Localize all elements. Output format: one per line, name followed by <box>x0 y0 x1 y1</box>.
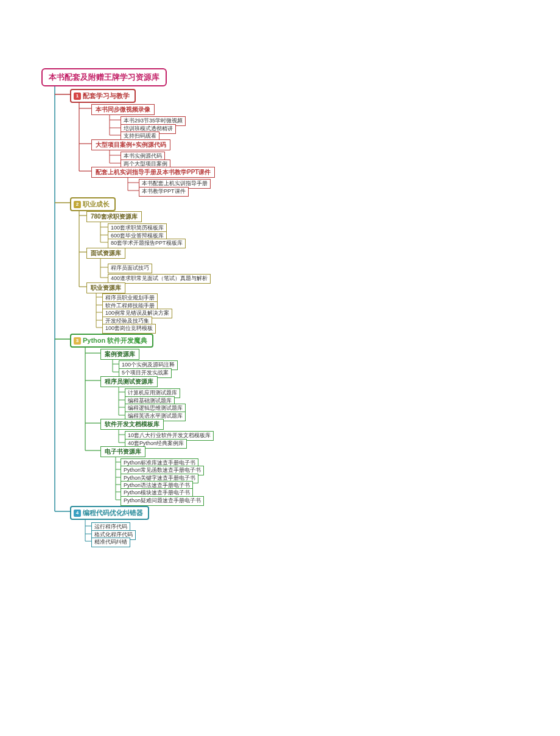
sec1-leaf: 本书教学PPT课件 <box>139 187 189 197</box>
badge-1: 1 <box>74 93 81 100</box>
sec2-mid2: 面试资源库 <box>86 248 125 259</box>
sec4-leaf: 精准代码纠错 <box>91 538 130 547</box>
badge-3: 3 <box>74 337 81 345</box>
section-4-label: 编程代码优化纠错器 <box>83 508 143 517</box>
sec2-mid1: 780套求职资源库 <box>86 211 142 222</box>
sec3-leaf: Python疑难问题速查手册电子书 <box>121 496 204 506</box>
sec1-mid1: 本书同步微视频录像 <box>91 104 155 115</box>
section-2-label: 职业成长 <box>83 200 110 209</box>
sec3-mid1: 案例资源库 <box>100 349 139 360</box>
sec2-leaf: 100套岗位竞聘模板 <box>102 324 156 334</box>
badge-2: 2 <box>74 201 81 208</box>
connector-lines <box>0 0 560 736</box>
section-3-label: Python 软件开发魔典 <box>83 336 147 345</box>
sec1-mid2: 大型项目案例+实例源代码 <box>91 139 170 150</box>
sec1-mid3: 配套上机实训指导手册及本书教学PPT课件 <box>91 167 215 178</box>
sec2-mid3: 职业资源库 <box>86 282 125 293</box>
badge-4: 4 <box>74 510 81 517</box>
sec2-leaf: 80套学术开题报告PPT模板库 <box>108 239 186 248</box>
sec3-mid2: 程序员测试资源库 <box>100 376 158 387</box>
section-4: 4 编程代码优化纠错器 <box>70 506 149 520</box>
sec3-mid4: 电子书资源库 <box>100 446 145 457</box>
section-3: 3 Python 软件开发魔典 <box>70 334 153 348</box>
section-1: 1 配套学习与教学 <box>70 89 136 103</box>
section-2: 2 职业成长 <box>70 197 116 211</box>
root-node: 本书配套及附赠王牌学习资源库 <box>41 68 167 86</box>
sec2-leaf: 程序员面试技巧 <box>108 264 152 273</box>
sec3-mid3: 软件开发文档模板库 <box>100 419 164 430</box>
section-1-label: 配套学习与教学 <box>83 91 130 100</box>
